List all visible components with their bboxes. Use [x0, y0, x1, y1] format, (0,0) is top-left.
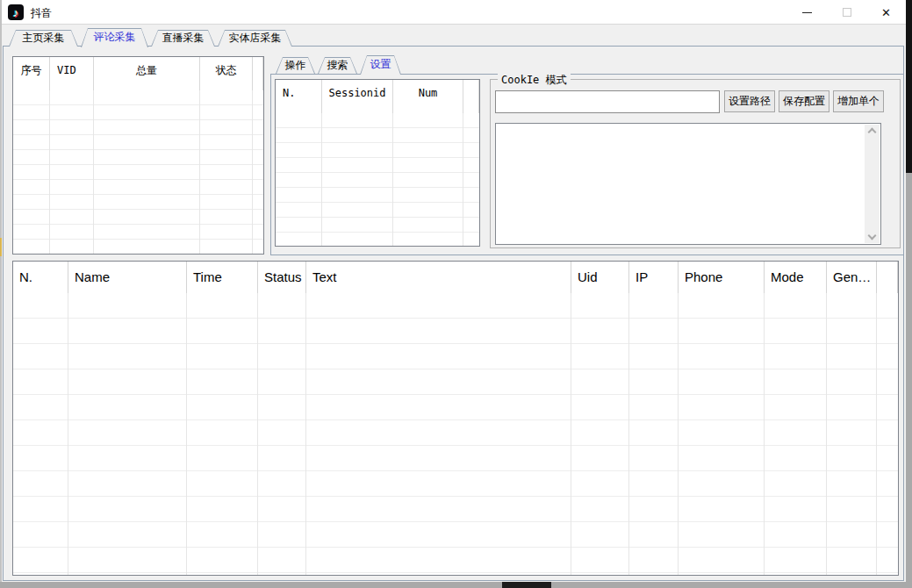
settings-tabstrip: 操作 搜索 设置 [276, 55, 404, 74]
maximize-button[interactable] [827, 0, 866, 25]
col-mode: Mode [765, 262, 827, 293]
result-table[interactable]: N. Name Time Status Text Uid IP Phone Mo… [12, 261, 899, 576]
col-uid: Uid [571, 262, 629, 293]
cookie-mode-legend: CookIe 模式 [498, 73, 571, 88]
session-table[interactable]: N. Sessionid Num [275, 79, 480, 247]
col-time: Time [187, 262, 258, 293]
col-name: Name [68, 262, 187, 293]
tab-comment-collect[interactable]: 评论采集 [81, 28, 148, 47]
cookie-textarea[interactable] [495, 123, 881, 245]
result-table-header: N. Name Time Status Text Uid IP Phone Mo… [13, 262, 898, 293]
close-button[interactable]: ✕ [866, 0, 906, 25]
tab-operate[interactable]: 操作 [276, 57, 315, 74]
desktop-strip-bottom [0, 582, 912, 588]
result-table-gridlines [13, 262, 898, 575]
minimize-icon [802, 12, 812, 13]
set-path-button[interactable]: 设置路径 [724, 90, 775, 112]
main-tabstrip: 主页采集 评论采集 直播采集 实体店采集 [9, 29, 295, 47]
save-config-button[interactable]: 保存配置 [779, 90, 829, 112]
titlebar: ♪ 抖音 ✕ [2, 0, 906, 25]
maximize-icon [843, 8, 851, 17]
cookie-path-input[interactable] [495, 90, 720, 113]
desktop-strip-right-gray [906, 173, 912, 588]
window-title: 抖音 [31, 6, 52, 21]
add-single-button[interactable]: 增加单个 [833, 90, 884, 112]
close-icon: ✕ [881, 6, 891, 19]
douyin-app-icon: ♪ [8, 4, 24, 20]
video-list-table[interactable]: 序号 VID 总量 状态 [12, 56, 264, 255]
col-ip: IP [629, 262, 679, 293]
minimize-button[interactable] [787, 0, 827, 25]
video-table-header: 序号 VID 总量 状态 [13, 57, 263, 90]
desktop-strip-right-dark [906, 0, 912, 173]
tab-live-collect[interactable]: 直播采集 [151, 30, 215, 47]
tab-settings[interactable]: 设置 [360, 55, 401, 75]
scroll-down-icon[interactable] [868, 232, 877, 240]
desktop-strip-bottom-dark [502, 582, 551, 588]
tab-search[interactable]: 搜索 [318, 57, 357, 74]
app-window: ♪ 抖音 ✕ 主页采集 评论采集 直播采集 实体店采集 序号 VID 总量 状态 [2, 0, 906, 582]
col-total: 总量 [94, 57, 200, 90]
col-vid: VID [50, 57, 94, 90]
session-table-header: N. Sessionid Num [276, 80, 479, 113]
cookie-mode-groupbox: CookIe 模式 设置路径 保存配置 增加单个 [490, 79, 901, 248]
scroll-up-icon[interactable] [868, 128, 877, 137]
col-sessionid: Sessionid [322, 80, 393, 113]
col-n: N. [276, 80, 322, 113]
vertical-scrollbar[interactable] [865, 125, 880, 243]
col-status: 状态 [200, 57, 253, 90]
col-n: N. [13, 262, 68, 293]
tab-store-collect[interactable]: 实体店采集 [218, 30, 292, 47]
col-index: 序号 [13, 57, 50, 90]
col-phone: Phone [679, 262, 765, 293]
col-num: Num [393, 80, 463, 113]
music-note-icon: ♪ [13, 6, 19, 19]
col-status: Status [258, 262, 306, 293]
col-gender: Gen… [827, 262, 877, 293]
col-text: Text [306, 262, 571, 293]
tab-home-collect[interactable]: 主页采集 [9, 30, 78, 47]
